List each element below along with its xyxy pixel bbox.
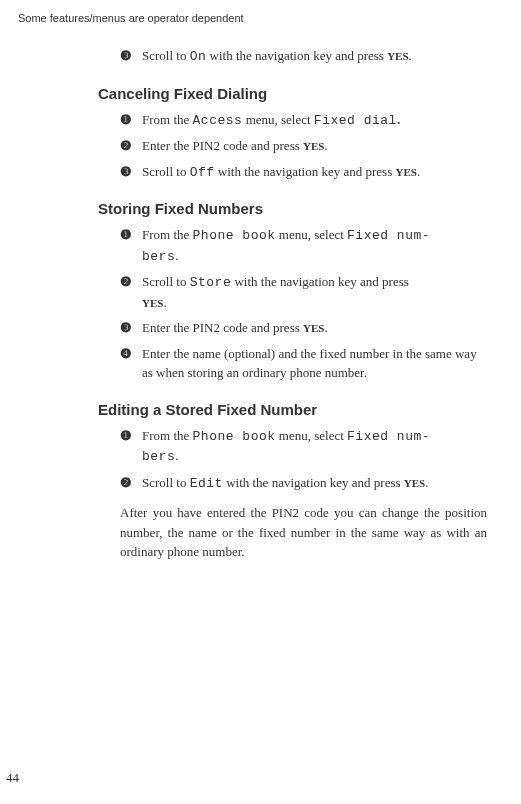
lcd-text: Fixed num- [347,228,430,243]
text-part: . [409,48,412,63]
lcd-text: Fixed num- [347,429,430,444]
step-number: ❶ [120,426,142,467]
intro-step: ❸ Scroll to On with the navigation key a… [120,46,487,67]
text-part: . [324,138,327,153]
step-number: ❷ [120,473,142,494]
lcd-text: Phone book [193,429,276,444]
list-item: ❶ From the Phone book menu, select Fixed… [120,426,487,467]
text-part: Scroll to [142,164,190,179]
list-item: ❷ Scroll to Store with the navigation ke… [120,272,487,312]
text-part: Scroll to [142,48,190,63]
text-part: with the navigation key and press [206,48,387,63]
section-title-editing: Editing a Stored Fixed Number [98,401,487,418]
list-item: ❶ From the Access menu, select Fixed dia… [120,110,487,131]
section-title-canceling: Canceling Fixed Dialing [98,85,487,102]
lcd-text: On [190,49,207,64]
text-part: menu, select [242,112,313,127]
yes-key: YES [395,166,416,178]
step-text: Scroll to On with the navigation key and… [142,46,487,67]
text-part: From the [142,227,193,242]
list-item: ❸ Scroll to Off with the navigation key … [120,162,487,183]
step-text: Scroll to Off with the navigation key an… [142,162,487,183]
text-part: Enter the PIN2 code and press [142,320,303,335]
step-number: ❹ [120,344,142,383]
text-part: From the [142,112,193,127]
list-item: ❸ Enter the PIN2 code and press YES. [120,318,487,338]
step-number: ❸ [120,46,142,67]
step-number: ❸ [120,162,142,183]
text-part: with the navigation key and press [223,475,404,490]
text-part: . [417,164,420,179]
text-part: . [163,295,166,310]
list-item: ❷ Scroll to Edit with the navigation key… [120,473,487,494]
step-number: ❸ [120,318,142,338]
lcd-text: Store [190,275,232,290]
step-text: Scroll to Store with the navigation key … [142,272,487,312]
step-text: Enter the PIN2 code and press YES. [142,136,487,156]
text-part: Enter the PIN2 code and press [142,138,303,153]
yes-key: YES [303,140,324,152]
step-number: ❷ [120,136,142,156]
lcd-text: Access [193,113,243,128]
lcd-text: Edit [190,476,223,491]
text-part: Scroll to [142,274,190,289]
step-text: From the Access menu, select Fixed dial. [142,110,487,131]
step-number: ❷ [120,272,142,312]
page-header: Some features/menus are operator depende… [0,0,521,24]
section-title-storing: Storing Fixed Numbers [98,200,487,217]
yes-key: YES [404,477,425,489]
page-number: 44 [6,770,19,786]
text-part: menu, select [276,227,347,242]
yes-key: YES [142,297,163,309]
list-item: ❷ Enter the PIN2 code and press YES. [120,136,487,156]
text-part: menu, select [276,428,347,443]
yes-key: YES [303,322,324,334]
text-part: . [175,448,178,463]
step-text: Scroll to Edit with the navigation key a… [142,473,487,494]
lcd-text: bers [142,449,175,464]
lcd-text: Phone book [193,228,276,243]
step-number: ❶ [120,225,142,266]
page-content: ❸ Scroll to On with the navigation key a… [0,24,521,562]
text-part: . [324,320,327,335]
text-part: . [175,248,178,263]
text-part: with the navigation key and press [215,164,396,179]
list-item: ❶ From the Phone book menu, select Fixed… [120,225,487,266]
step-text: From the Phone book menu, select Fixed n… [142,426,487,467]
text-part: . [397,112,400,127]
step-text: From the Phone book menu, select Fixed n… [142,225,487,266]
text-part: Enter the name (optional) and the fixed … [142,346,477,381]
text-part: From the [142,428,193,443]
step-number: ❶ [120,110,142,131]
list-item: ❹ Enter the name (optional) and the fixe… [120,344,487,383]
text-part: . [425,475,428,490]
step-text: Enter the name (optional) and the fixed … [142,344,487,383]
lcd-text: Off [190,165,215,180]
body-paragraph: After you have entered the PIN2 code you… [120,503,487,562]
text-part: Scroll to [142,475,190,490]
lcd-text: Fixed dial [314,113,397,128]
text-part: with the navigation key and press [231,274,409,289]
lcd-text: bers [142,249,175,264]
yes-key: YES [387,50,408,62]
step-text: Enter the PIN2 code and press YES. [142,318,487,338]
